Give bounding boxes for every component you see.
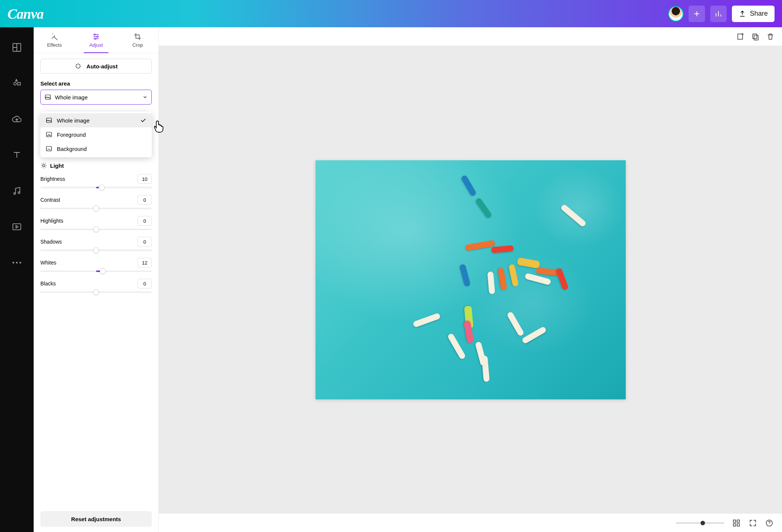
slider-thumb[interactable] xyxy=(93,205,99,211)
svg-point-7 xyxy=(95,38,96,40)
avatar[interactable] xyxy=(668,6,683,21)
rail-elements[interactable] xyxy=(9,76,24,91)
help-button[interactable] xyxy=(765,519,774,528)
tab-adjust[interactable]: Adjust xyxy=(75,27,117,53)
contrast-label: Contrast xyxy=(40,197,60,203)
menu-label: Background xyxy=(57,146,87,152)
adjust-icon xyxy=(92,33,100,41)
svg-point-6 xyxy=(97,36,98,37)
artboard-image[interactable] xyxy=(315,160,626,399)
auto-adjust-button[interactable]: Auto-adjust xyxy=(40,59,152,74)
shadows-row: Shadows 0 xyxy=(40,237,152,247)
brightness-value[interactable]: 10 xyxy=(138,174,152,184)
slider-thumb[interactable] xyxy=(701,521,705,525)
canva-logo[interactable]: Canva xyxy=(7,6,43,22)
rail-audio[interactable] xyxy=(9,183,24,198)
add-page-button[interactable] xyxy=(736,32,745,41)
brightness-slider[interactable] xyxy=(40,187,152,188)
highlights-value[interactable]: 0 xyxy=(138,216,152,226)
select-area-label: Select area xyxy=(40,80,152,87)
delete-page-button[interactable] xyxy=(766,32,775,41)
svg-rect-8 xyxy=(45,95,50,99)
svg-rect-1 xyxy=(13,224,21,230)
zoom-slider[interactable] xyxy=(676,522,724,524)
tab-effects[interactable]: Effects xyxy=(34,27,75,53)
fullscreen-button[interactable] xyxy=(748,519,757,528)
menu-item-whole-image[interactable]: Whole image xyxy=(40,113,152,127)
main: Effects Adjust Crop Auto-adjust Select a… xyxy=(0,27,782,532)
crop-icon xyxy=(133,33,142,41)
surfboard xyxy=(555,267,569,291)
sparkle-icon xyxy=(74,62,82,70)
upload-icon xyxy=(739,10,746,18)
slider-thumb[interactable] xyxy=(100,268,106,274)
canvas-area[interactable] xyxy=(159,46,782,513)
contrast-slider[interactable] xyxy=(40,208,152,209)
select-area-menu: Whole image Foreground Background xyxy=(40,112,152,157)
surfboard xyxy=(475,341,487,366)
blacks-slider[interactable] xyxy=(40,291,152,293)
share-label: Share xyxy=(750,10,768,18)
surfboard xyxy=(412,312,441,328)
brightness-label: Brightness xyxy=(40,176,65,182)
rail-uploads[interactable] xyxy=(9,112,24,127)
surfboard xyxy=(465,240,495,251)
slider-thumb[interactable] xyxy=(99,185,105,191)
rail-templates[interactable] xyxy=(9,40,24,55)
menu-item-foreground[interactable]: Foreground xyxy=(40,127,152,142)
slider-thumb[interactable] xyxy=(93,289,99,295)
rail-text[interactable] xyxy=(9,148,24,163)
analytics-button[interactable] xyxy=(710,6,727,22)
slider-thumb[interactable] xyxy=(93,247,99,253)
share-button[interactable]: Share xyxy=(732,6,775,22)
surfboard xyxy=(461,174,477,197)
svg-rect-17 xyxy=(737,520,739,522)
whites-value[interactable]: 12 xyxy=(138,258,152,267)
surfboard xyxy=(506,311,524,337)
shadows-slider[interactable] xyxy=(40,250,152,251)
rail-more[interactable] xyxy=(9,255,24,270)
surfboard xyxy=(508,263,518,287)
svg-rect-15 xyxy=(754,35,758,40)
highlights-slider[interactable] xyxy=(40,229,152,230)
svg-rect-14 xyxy=(753,34,757,38)
surfboard xyxy=(491,245,514,253)
bottom-bar xyxy=(159,513,782,532)
blacks-value[interactable]: 0 xyxy=(138,279,152,288)
contrast-row: Contrast 0 xyxy=(40,195,152,205)
tab-crop[interactable]: Crop xyxy=(117,27,158,53)
image-icon xyxy=(46,117,52,124)
surfboard xyxy=(521,326,547,344)
reset-adjustments-button[interactable]: Reset adjustments xyxy=(40,511,152,527)
add-member-button[interactable] xyxy=(689,6,705,22)
image-icon xyxy=(44,94,51,100)
select-area-dropdown[interactable]: Whole image xyxy=(40,90,152,105)
grid-view-button[interactable] xyxy=(732,519,741,528)
rail-videos[interactable] xyxy=(9,219,24,234)
whites-label: Whites xyxy=(40,260,56,266)
svg-rect-16 xyxy=(733,520,736,522)
canvas-wrap xyxy=(159,27,782,532)
select-area-value: Whole image xyxy=(55,94,139,100)
chevron-down-icon xyxy=(142,95,148,100)
slider-thumb[interactable] xyxy=(93,226,99,232)
highlights-row: Highlights 0 xyxy=(40,216,152,226)
svg-rect-18 xyxy=(733,523,736,526)
svg-point-2 xyxy=(12,262,14,264)
tab-adjust-label: Adjust xyxy=(89,42,103,48)
shadows-label: Shadows xyxy=(40,239,62,245)
whites-slider[interactable] xyxy=(40,270,152,272)
surfboard xyxy=(517,257,540,268)
blacks-label: Blacks xyxy=(40,281,56,287)
surfboard xyxy=(447,332,466,360)
surfboard xyxy=(487,271,495,294)
canvas-toolbar xyxy=(159,27,782,46)
svg-point-5 xyxy=(94,34,95,35)
duplicate-page-button[interactable] xyxy=(751,32,760,41)
menu-item-background[interactable]: Background xyxy=(40,142,152,156)
svg-point-9 xyxy=(43,164,45,167)
contrast-value[interactable]: 0 xyxy=(138,195,152,205)
foreground-icon xyxy=(46,131,52,138)
check-icon xyxy=(140,117,147,124)
shadows-value[interactable]: 0 xyxy=(138,237,152,247)
